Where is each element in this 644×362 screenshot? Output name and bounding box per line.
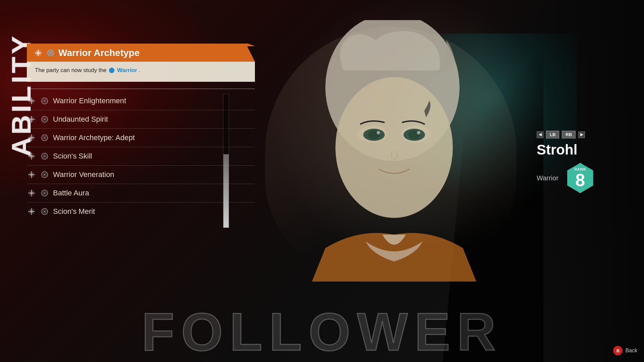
left-arrow-button[interactable]: ◀ — [537, 131, 543, 138]
ability-item[interactable]: Warrior Archetype: Adept — [27, 129, 255, 147]
ability-item[interactable]: Scion's Skill — [27, 147, 255, 166]
ability-cross-icon-5 — [27, 188, 36, 198]
ability-name-4: Warrior Veneration — [53, 170, 252, 179]
ability-name-0: Warrior Enlightenment — [53, 97, 252, 105]
description-pre: The party can now study the — [35, 67, 107, 73]
rank-hexagon: RANK 8 — [565, 163, 595, 193]
lb-button[interactable]: LB — [546, 131, 559, 138]
description-text: The party can now study the Warrior . — [35, 67, 140, 73]
ability-list: Warrior Enlightenment Undaunted Spirit — [27, 92, 255, 221]
rb-button[interactable]: RB — [562, 131, 576, 138]
ability-name-1: Undaunted Spirit — [53, 115, 252, 124]
ability-cross-icon-1 — [27, 115, 36, 124]
ability-cross-icon-2 — [27, 133, 36, 142]
svg-point-32 — [44, 119, 45, 120]
ability-circle-badge-4 — [41, 171, 48, 178]
lb-rb-nav: ◀ LB RB ▶ — [537, 131, 637, 138]
svg-point-48 — [44, 156, 45, 157]
right-arrow-button[interactable]: ▶ — [578, 131, 585, 138]
ability-cross-icon-4 — [27, 170, 36, 179]
ability-circle-badge-5 — [41, 189, 48, 197]
content-panel: Warrior Archetype The party can now stud… — [27, 44, 255, 221]
ability-name-3: Scion's Skill — [53, 152, 252, 161]
character-name: Strohl — [537, 142, 637, 158]
ability-item[interactable]: Scion's Merit — [27, 202, 255, 221]
svg-point-16 — [50, 52, 51, 54]
selected-ability-name: Warrior Archetype — [58, 48, 140, 58]
ability-circle-badge-1 — [41, 116, 48, 123]
svg-point-24 — [44, 100, 45, 102]
ability-name-6: Scion's Merit — [53, 207, 252, 216]
svg-point-9 — [417, 131, 420, 134]
ability-item[interactable]: Battle Aura — [27, 184, 255, 202]
rank-number: 8 — [575, 171, 585, 189]
ability-circle-badge-2 — [41, 134, 48, 141]
ability-item[interactable]: Warrior Veneration — [27, 166, 255, 184]
selected-ability-header[interactable]: Warrior Archetype — [27, 44, 255, 62]
ability-cross-icon-6 — [27, 207, 36, 216]
progress-bar-fill — [223, 154, 229, 228]
character-class-row: Warrior RANK 8 — [537, 163, 637, 193]
selected-ability-cross-icon — [34, 48, 43, 58]
ability-circle-badge-0 — [41, 97, 48, 105]
character-svg — [275, 20, 510, 282]
svg-point-72 — [44, 211, 45, 212]
ability-item[interactable]: Undaunted Spirit — [27, 110, 255, 129]
ability-cross-icon-0 — [27, 96, 36, 106]
selected-ability-circle-icon — [47, 49, 54, 57]
progress-bar-container — [223, 94, 229, 228]
svg-point-56 — [44, 174, 45, 175]
follower-title: FOLLOWER — [0, 302, 644, 362]
ability-name-5: Battle Aura — [53, 189, 252, 197]
ability-circle-badge-3 — [41, 153, 48, 160]
svg-point-1 — [335, 77, 453, 218]
svg-point-40 — [44, 137, 45, 138]
svg-point-64 — [44, 192, 45, 194]
divider — [27, 88, 255, 89]
ability-circle-badge-6 — [41, 208, 48, 215]
ability-description: The party can now study the Warrior . — [27, 62, 255, 82]
character-info-panel: ◀ LB RB ▶ Strohl Warrior RANK 8 — [537, 131, 637, 193]
svg-point-8 — [377, 131, 380, 134]
character-artwork — [248, 0, 550, 285]
ability-item[interactable]: Warrior Enlightenment — [27, 92, 255, 110]
ability-name-2: Warrior Archetype: Adept — [53, 133, 252, 142]
description-highlight: Warrior — [117, 67, 137, 73]
description-warrior-icon — [109, 68, 114, 73]
ability-cross-icon-3 — [27, 152, 36, 161]
rank-badge: RANK 8 — [565, 163, 595, 193]
character-class: Warrior — [537, 174, 558, 182]
description-post: . — [139, 67, 141, 73]
